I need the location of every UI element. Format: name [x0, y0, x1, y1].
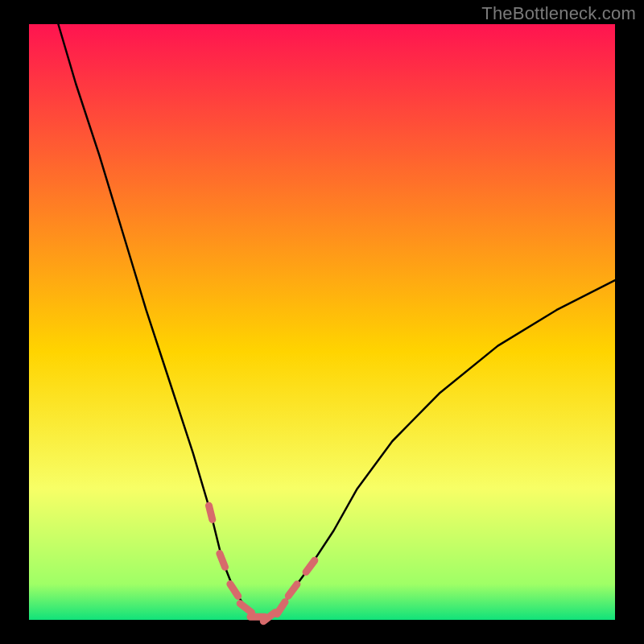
bottleneck-chart: [0, 0, 644, 644]
watermark-text: TheBottleneck.com: [481, 3, 636, 24]
plot-gradient-bg: [29, 24, 615, 620]
chart-frame: { "watermark": "TheBottleneck.com", "col…: [0, 0, 644, 644]
